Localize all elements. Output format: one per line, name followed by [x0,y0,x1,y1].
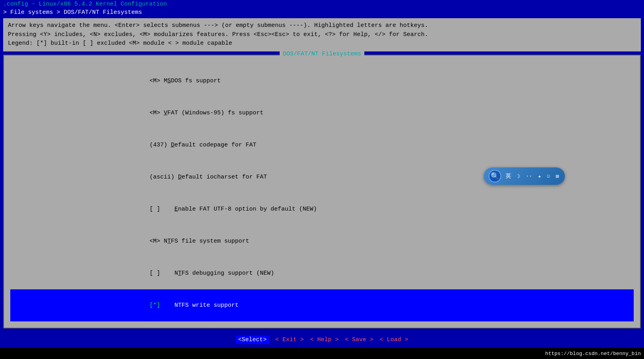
menu-item-msdos[interactable]: <M> MSDOS fs support [10,65,634,97]
menu-list: <M> MSDOS fs support <M> VFAT (Windows-9… [10,65,634,321]
dots-icon[interactable]: ·· [525,172,534,180]
save-button[interactable]: < Save > [345,336,373,343]
grid-icon[interactable]: ⊞ [555,172,560,180]
title-bar: .config - Linux/x86 5.4.2 Kernel Configu… [0,0,644,8]
menu-item-codepage[interactable]: (437) Default codepage for FAT [10,129,634,161]
menu-item-fat-utf8[interactable]: [ ] Enable FAT UTF-8 option by default (… [10,193,634,225]
info-line1: Arrow keys navigate the menu. <Enter> se… [8,21,636,30]
menu-item-ntfs-debug[interactable]: [ ] NTFS debugging support (NEW) [10,257,634,289]
info-text: Arrow keys navigate the menu. <Enter> se… [8,21,636,48]
load-button[interactable]: < Load > [380,336,408,343]
emoji-icon[interactable]: ☺ [546,172,551,180]
status-bar: https://blog.csdn.net/benny_bin [0,348,644,359]
lang-icon[interactable]: 英 [504,172,512,180]
dialog-title: DOS/FAT/NT Filesystems [280,51,364,57]
breadcrumb: > File systems > DOS/FAT/NT Filesystems [0,8,644,17]
info-line3: Legend: [*] built-in [ ] excluded <M> mo… [8,39,636,48]
help-button[interactable]: < Help > [310,336,339,343]
exit-button[interactable]: < Exit > [275,336,304,343]
menu-item-vfat[interactable]: <M> VFAT (Windows-95) fs support [10,97,634,129]
breadcrumb-text: > File systems > DOS/FAT/NT Filesystems [3,9,142,16]
info-line2: Pressing <Y> includes, <N> excludes, <M>… [8,30,636,40]
info-area: Arrow keys navigate the menu. <Enter> se… [3,18,641,51]
wrench-icon[interactable]: ✦ [537,172,542,180]
menu-item-ntfs-write[interactable]: [*] NTFS write support [10,289,634,321]
select-button[interactable]: <Select> [236,336,269,344]
bottom-bar: <Select> < Exit > < Help > < Save > < Lo… [0,333,644,346]
moon-icon[interactable]: ☽ [515,172,521,180]
title-text: .config - Linux/x86 5.4.2 Kernel Configu… [3,1,167,8]
main-window: .config - Linux/x86 5.4.2 Kernel Configu… [0,0,644,359]
menu-item-ntfs[interactable]: <M> NTFS file system support [10,225,634,257]
status-url: https://blog.csdn.net/benny_bin [545,351,641,357]
dialog-box: DOS/FAT/NT Filesystems <M> MSDOS fs supp… [3,55,641,329]
search-icon[interactable]: 🔍 [489,170,501,182]
floating-toolbar: 🔍 英 ☽ ·· ✦ ☺ ⊞ [484,167,565,185]
